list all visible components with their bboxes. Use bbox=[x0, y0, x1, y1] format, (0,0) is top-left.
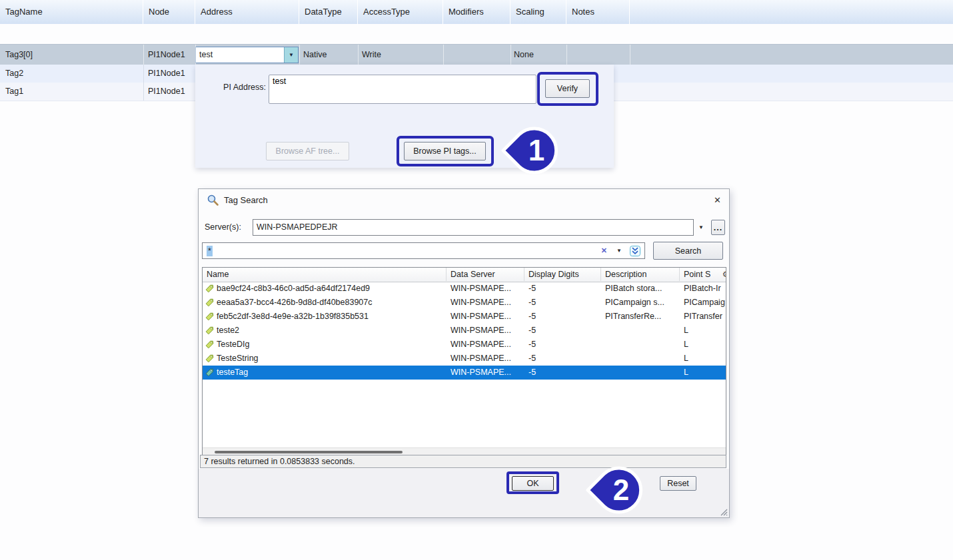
grid-column-header-tagname[interactable]: TagName bbox=[0, 0, 143, 24]
list-cell-description bbox=[601, 366, 680, 380]
list-column-header-description[interactable]: Description bbox=[601, 268, 680, 281]
server-more-button[interactable]: ... bbox=[711, 220, 725, 235]
dialog-title: Tag Search bbox=[224, 189, 268, 211]
list-item[interactable]: bae9cf24-c8b3-46c0-ad5d-a64df2174ed9WIN-… bbox=[203, 282, 726, 296]
tag-icon bbox=[205, 368, 214, 377]
list-cell-data-server: WIN-PSMAPE... bbox=[447, 338, 524, 352]
svg-text:1: 1 bbox=[528, 134, 544, 166]
list-cell-name: eeaa5a37-bcc4-426b-9d8d-df40be83907c bbox=[203, 296, 447, 310]
list-cell-data-server: WIN-PSMAPE... bbox=[447, 282, 524, 296]
list-cell-display-digits: -5 bbox=[524, 310, 601, 324]
tag-icon bbox=[205, 340, 214, 349]
list-cell-data-server: WIN-PSMAPE... bbox=[447, 296, 524, 310]
grid-cell-tagname: Tag1 bbox=[5, 83, 23, 101]
address-combobox[interactable]: test ▼ bbox=[195, 47, 299, 63]
address-combobox-dropdown-icon[interactable]: ▼ bbox=[284, 47, 298, 63]
results-list-header: NameData ServerDisplay DigitsDescription… bbox=[203, 268, 726, 282]
servers-label: Server(s): bbox=[205, 219, 241, 236]
grid-column-header-address[interactable]: Address bbox=[195, 0, 299, 24]
verify-button[interactable]: Verify bbox=[545, 79, 590, 98]
list-cell-display-digits: -5 bbox=[524, 324, 601, 338]
grid-column-header-modifiers[interactable]: Modifiers bbox=[443, 0, 510, 24]
list-cell-data-server: WIN-PSMAPE... bbox=[447, 352, 524, 366]
list-item[interactable]: TesteDIgWIN-PSMAPE...-5L bbox=[203, 338, 726, 352]
list-item[interactable]: feb5c2df-3e8d-4e9e-a32b-1b39f835b531WIN-… bbox=[203, 310, 726, 324]
grid-column-header-datatype[interactable]: DataType bbox=[299, 0, 358, 24]
tag-icon bbox=[205, 354, 214, 363]
list-cell-point-source: PICampaig bbox=[680, 296, 726, 310]
list-column-header-name[interactable]: Name bbox=[203, 268, 447, 281]
reset-button[interactable]: Reset bbox=[660, 476, 696, 491]
server-dropdown-icon[interactable]: ▼ bbox=[695, 219, 707, 236]
pi-address-label: PI Address: bbox=[207, 83, 266, 92]
list-item[interactable]: teste2WIN-PSMAPE...-5L bbox=[203, 324, 726, 338]
grid-cell-accesstype: Write bbox=[362, 45, 381, 65]
close-icon[interactable]: ✕ bbox=[714, 189, 721, 211]
search-button[interactable]: Search bbox=[653, 242, 723, 260]
clear-filter-icon[interactable]: ✕ bbox=[601, 246, 607, 255]
list-cell-data-server: WIN-PSMAPE... bbox=[447, 366, 524, 380]
list-item[interactable]: testeTagWIN-PSMAPE...-5L bbox=[203, 366, 726, 380]
list-cell-data-server: WIN-PSMAPE... bbox=[447, 324, 524, 338]
grid-cell-scaling: None bbox=[514, 45, 534, 65]
step-2-callout-icon: 2 bbox=[584, 462, 645, 518]
list-cell-description bbox=[601, 352, 680, 366]
list-cell-description: PICampaign s... bbox=[601, 296, 680, 310]
ok-button[interactable]: OK bbox=[512, 476, 554, 491]
list-cell-display-digits: -5 bbox=[524, 366, 601, 380]
tag-filter-input[interactable]: * ✕ ▼ bbox=[202, 242, 645, 259]
list-cell-display-digits: -5 bbox=[524, 338, 601, 352]
list-cell-name: feb5c2df-3e8d-4e9e-a32b-1b39f835b531 bbox=[203, 310, 447, 324]
list-column-header-display-digits[interactable]: Display Digits bbox=[524, 268, 601, 281]
grid-cell-node: PI1Node1 bbox=[148, 83, 185, 101]
column-options-gear-icon[interactable]: ⚙▾ bbox=[722, 268, 726, 282]
list-cell-point-source: L bbox=[680, 366, 726, 380]
expand-options-icon[interactable] bbox=[630, 246, 640, 256]
list-cell-description: PITransferRe... bbox=[601, 310, 680, 324]
list-cell-description bbox=[601, 324, 680, 338]
grid-row-tag3[interactable]: Tag3[0] PI1Node1 test ▼ Native Write Non… bbox=[0, 44, 953, 65]
tag-search-dialog: Tag Search ✕ Server(s): WIN-PSMAPEDPEJR … bbox=[198, 188, 730, 518]
list-cell-description bbox=[601, 338, 680, 352]
tag-filter-value: * bbox=[207, 246, 213, 256]
browse-pi-tags-button[interactable]: Browse PI tags... bbox=[404, 142, 486, 160]
grid-cell-datatype: Native bbox=[303, 45, 327, 65]
grid-column-header-accesstype[interactable]: AccessType bbox=[358, 0, 443, 24]
list-cell-point-source: L bbox=[680, 352, 726, 366]
grid-cell-node: PI1Node1 bbox=[148, 65, 185, 83]
address-combobox-value: test bbox=[199, 47, 213, 63]
magnifier-icon bbox=[207, 194, 219, 206]
svg-text:2: 2 bbox=[613, 473, 629, 506]
dialog-footer-strip bbox=[199, 469, 729, 517]
scrollbar-thumb[interactable] bbox=[215, 451, 403, 453]
list-cell-point-source: PIBatch-Ir bbox=[680, 282, 726, 296]
list-cell-display-digits: -5 bbox=[524, 282, 601, 296]
list-cell-name: TesteString bbox=[203, 352, 447, 366]
list-column-header-point-s[interactable]: Point S bbox=[680, 268, 726, 281]
list-item[interactable]: eeaa5a37-bcc4-426b-9d8d-df40be83907cWIN-… bbox=[203, 296, 726, 310]
pi-address-input[interactable]: test bbox=[269, 75, 536, 104]
list-cell-display-digits: -5 bbox=[524, 352, 601, 366]
filter-dropdown-icon[interactable]: ▼ bbox=[616, 248, 622, 254]
grid-column-header-node[interactable]: Node bbox=[143, 0, 195, 24]
grid-column-header-scaling[interactable]: Scaling bbox=[510, 0, 566, 24]
tag-icon bbox=[205, 326, 214, 335]
list-cell-name: bae9cf24-c8b3-46c0-ad5d-a64df2174ed9 bbox=[203, 282, 447, 296]
results-list-rows: bae9cf24-c8b3-46c0-ad5d-a64df2174ed9WIN-… bbox=[203, 282, 726, 380]
results-list: NameData ServerDisplay DigitsDescription… bbox=[202, 267, 726, 457]
grid-cell-tagname: Tag2 bbox=[5, 65, 23, 83]
list-column-header-data-server[interactable]: Data Server bbox=[447, 268, 524, 281]
status-bar: 7 results returned in 0.0853833 seconds. bbox=[200, 455, 726, 468]
resize-grip[interactable] bbox=[719, 507, 728, 516]
list-cell-display-digits: -5 bbox=[524, 296, 601, 310]
server-input[interactable]: WIN-PSMAPEDPEJR bbox=[253, 219, 694, 236]
list-item[interactable]: TesteStringWIN-PSMAPE...-5L bbox=[203, 352, 726, 366]
list-cell-point-source: L bbox=[680, 338, 726, 352]
browse-af-tree-button: Browse AF tree... bbox=[266, 142, 349, 160]
grid-column-header-notes[interactable]: Notes bbox=[566, 0, 630, 24]
grid-cell-node: PI1Node1 bbox=[148, 45, 185, 65]
list-cell-name: teste2 bbox=[203, 324, 447, 338]
tag-icon bbox=[205, 284, 214, 293]
tag-icon bbox=[205, 312, 214, 321]
tag-icon bbox=[205, 298, 214, 307]
